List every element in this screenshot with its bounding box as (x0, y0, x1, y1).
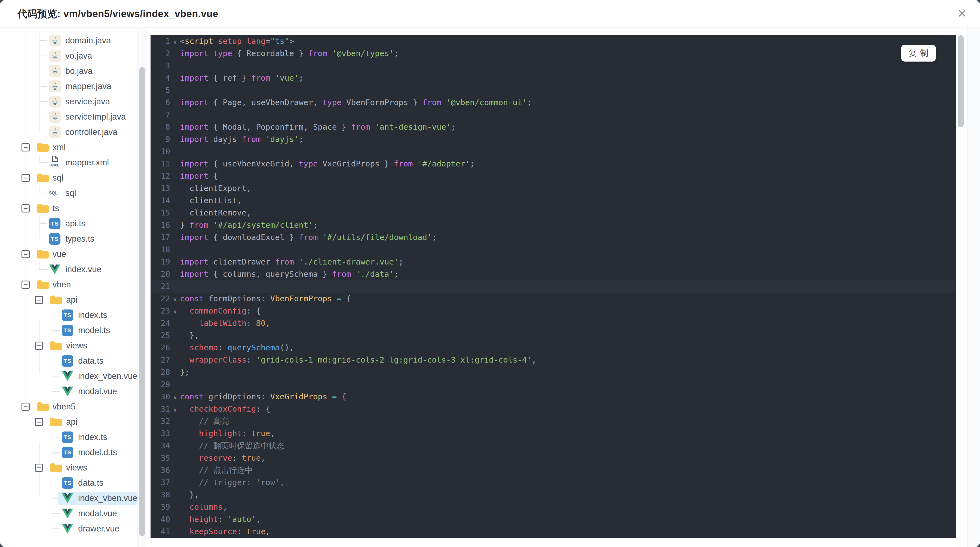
collapse-toggle-icon[interactable] (35, 296, 43, 304)
collapse-toggle-icon[interactable] (22, 174, 30, 182)
tree-item-index.ts[interactable]: TSindex.ts (0, 430, 137, 445)
fold-chevron-icon[interactable]: ∨ (170, 306, 180, 318)
code-text: // 翻页时保留选中状态 (180, 441, 284, 450)
fold-chevron-icon[interactable]: ∨ (170, 293, 180, 306)
folder-icon (37, 249, 49, 260)
tree-item-domain.java[interactable]: domain.java (0, 33, 137, 48)
fold-chevron-icon[interactable]: ∨ (170, 391, 180, 404)
dialog-scrollbar-thumb[interactable] (958, 35, 964, 127)
collapse-toggle-icon[interactable] (22, 281, 30, 289)
tree-connector (39, 56, 48, 56)
file-tree-scrollbar[interactable] (137, 28, 147, 547)
tree-item-drawer.vue[interactable]: drawer.vue (0, 521, 137, 536)
collapse-toggle-icon[interactable] (22, 403, 30, 411)
line-number: 36 (151, 464, 170, 477)
code-text: } from '#/api/system/client'; (180, 220, 318, 230)
fold-chevron-icon[interactable]: ∨ (170, 36, 180, 48)
close-icon[interactable]: × (952, 4, 972, 24)
vue-file-icon (62, 371, 73, 382)
tree-guide-line (39, 216, 40, 239)
line-number: 22 (151, 293, 170, 305)
tree-item-model.ts[interactable]: TSmodel.ts (0, 323, 137, 338)
line-number: 12 (151, 170, 170, 182)
tree-item-api[interactable]: api (0, 292, 137, 308)
tree-item-api[interactable]: api (0, 414, 137, 430)
tree-item-model.d.ts[interactable]: TSmodel.d.ts (0, 445, 137, 460)
tree-item-data.ts[interactable]: TSdata.ts (0, 475, 137, 491)
line-number: 18 (151, 244, 170, 256)
tree-connector (52, 315, 60, 316)
line-number: 17 (151, 231, 170, 244)
line-number: 23 (151, 305, 170, 317)
tree-item-views[interactable]: views (0, 460, 137, 475)
tree-item-label: types.ts (65, 231, 94, 247)
tree-item-bo.java[interactable]: bo.java (0, 64, 137, 79)
tree-item-index.vue[interactable]: index.vue (0, 262, 137, 277)
line-number: 26 (151, 341, 170, 354)
tree-item-ts[interactable]: ts (0, 201, 137, 216)
collapse-toggle-icon[interactable] (22, 143, 30, 152)
tree-item-label: vo.java (65, 48, 92, 64)
line-number: 9 (151, 133, 170, 145)
tree-item-controller.java[interactable]: controller.java (0, 124, 137, 140)
tree-connector (52, 452, 60, 453)
tree-item-sql[interactable]: SQLsql (0, 185, 137, 201)
typescript-file-icon: TS (62, 309, 73, 321)
code-line: 28}; (151, 366, 956, 378)
tree-item-vben5[interactable]: vben5 (0, 399, 137, 414)
tree-connector (39, 40, 48, 41)
code-text: import { Modal, Popconfirm, Space } from… (180, 122, 456, 132)
tree-item-mapper.java[interactable]: mapper.java (0, 79, 137, 94)
line-number: 11 (151, 158, 170, 170)
code-text: }; (180, 367, 189, 377)
tree-item-vben[interactable]: vben (0, 277, 137, 292)
tree-item-api.ts[interactable]: TSapi.ts (0, 216, 137, 231)
tree-item-vo.java[interactable]: vo.java (0, 48, 137, 64)
code-text: keepSource: true, (180, 527, 270, 536)
java-file-icon (49, 111, 61, 123)
collapse-toggle-icon[interactable] (22, 250, 30, 258)
code-line: 11import { useVbenVxeGrid, type VxeGridP… (151, 158, 956, 170)
tree-item-serviceimpl.java[interactable]: serviceImpl.java (0, 109, 137, 124)
tree-item-modal.vue[interactable]: modal.vue (0, 384, 137, 399)
code-line: 9import dayjs from 'dayjs'; (151, 133, 956, 145)
tree-item-views[interactable]: views (0, 338, 137, 353)
collapse-toggle-icon[interactable] (35, 418, 43, 426)
tree-item-label: ts (52, 201, 59, 216)
tree-guide-line (39, 185, 40, 193)
tree-connector (39, 269, 48, 270)
code-text: clientExport, (180, 183, 251, 193)
xml-file-icon: XML (48, 156, 62, 167)
line-number: 15 (151, 207, 170, 219)
vue-file-icon (62, 509, 73, 520)
code-line: 17import { downloadExcel } from '#/utils… (151, 231, 956, 244)
tree-item-xml[interactable]: xml (0, 140, 137, 155)
collapse-toggle-icon[interactable] (22, 204, 30, 212)
code-preview-dialog: 代码预览: vm/vben5/views/index_vben.vue × do… (0, 0, 980, 547)
collapse-toggle-icon[interactable] (35, 464, 43, 472)
dialog-scrollbar[interactable] (956, 28, 965, 547)
fold-chevron-icon[interactable]: ∨ (170, 404, 180, 416)
collapse-toggle-icon[interactable] (35, 341, 43, 350)
tree-item-service.java[interactable]: service.java (0, 94, 137, 109)
code-line: 23∨ commonConfig: { (151, 305, 956, 317)
tree-item-index.ts[interactable]: TSindex.ts (0, 308, 137, 323)
tree-item-index-vben.vue[interactable]: index_vben.vue (0, 368, 137, 384)
line-number: 2 (151, 48, 170, 60)
code-line: 14 clientList, (151, 195, 956, 207)
tree-item-types.ts[interactable]: TStypes.ts (0, 231, 137, 247)
tree-item-modal.vue[interactable]: modal.vue (0, 506, 137, 521)
tree-item-vue[interactable]: vue (0, 247, 137, 262)
tree-connector (39, 239, 48, 239)
tree-item-data.ts[interactable]: TSdata.ts (0, 353, 137, 368)
tree-item-index-vben.vue[interactable]: index_vben.vue (0, 491, 137, 506)
tree-item-label: vue (52, 247, 66, 262)
folder-icon (37, 204, 49, 214)
java-file-icon (49, 50, 61, 62)
file-tree-scrollbar-thumb[interactable] (139, 67, 145, 536)
tree-item-label: xml (52, 140, 65, 155)
tree-guide-line (25, 33, 26, 407)
tree-item-sql[interactable]: sql (0, 170, 137, 185)
tree-item-label: model.d.ts (78, 445, 117, 460)
tree-item-mapper.xml[interactable]: XMLmapper.xml (0, 155, 137, 170)
